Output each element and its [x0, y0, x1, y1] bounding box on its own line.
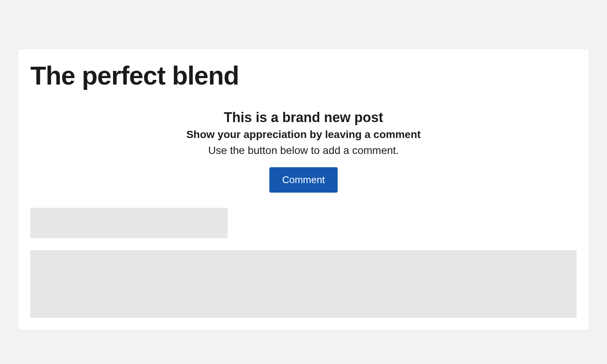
empty-state: This is a brand new post Show your appre…	[30, 110, 577, 193]
post-card: The perfect blend This is a brand new po…	[18, 49, 589, 330]
empty-description: Use the button below to add a comment.	[30, 144, 577, 157]
empty-subheading: Show your appreciation by leaving a comm…	[30, 129, 577, 141]
empty-heading: This is a brand new post	[30, 110, 577, 126]
comment-button[interactable]: Comment	[269, 167, 338, 193]
skeleton-block	[30, 250, 577, 318]
skeleton-bar	[30, 208, 228, 238]
page-title: The perfect blend	[30, 61, 577, 90]
